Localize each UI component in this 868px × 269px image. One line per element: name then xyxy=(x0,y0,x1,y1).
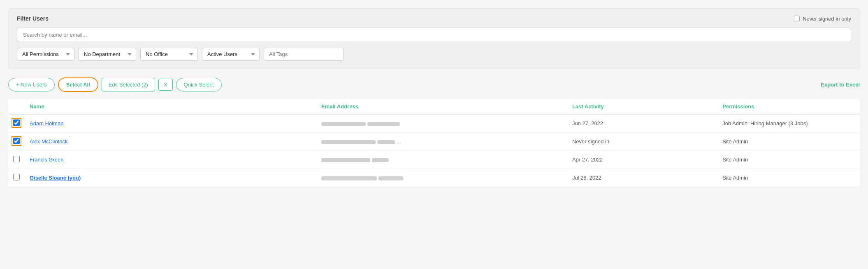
export-label: Export to Excel xyxy=(821,82,860,88)
email-cell xyxy=(316,151,567,169)
table-header-row: Name Email Address Last Activity Permiss… xyxy=(8,99,860,114)
select-all-button[interactable]: Select All xyxy=(58,77,98,92)
filter-title: Filter Users xyxy=(17,15,49,22)
table-row: Francis GreenApr 27, 2022Site Admin xyxy=(8,151,860,169)
checkbox-cell xyxy=(8,169,25,187)
blurred-email xyxy=(321,121,400,126)
last-activity-cell: Never signed in xyxy=(567,133,717,151)
row-checkbox[interactable] xyxy=(13,138,20,144)
tags-input[interactable] xyxy=(264,48,343,61)
blurred-email: … xyxy=(321,139,402,144)
header-permissions: Permissions xyxy=(717,99,860,114)
user-table: Name Email Address Last Activity Permiss… xyxy=(8,99,860,187)
email-cell: … xyxy=(316,133,567,151)
name-cell: Giselle Sloane (you) xyxy=(25,169,316,187)
quick-select-button[interactable]: Quick Select xyxy=(176,78,222,91)
name-cell: Alex McClintock xyxy=(25,133,316,151)
blurred-email xyxy=(321,175,403,180)
last-activity-cell: Jul 26, 2022 xyxy=(567,169,717,187)
table-header: Name Email Address Last Activity Permiss… xyxy=(8,99,860,114)
permissions-cell: Site Admin xyxy=(717,151,860,169)
toolbar: + New Users Select All Edit Selected (2)… xyxy=(8,77,860,92)
never-signed-in-checkbox[interactable] xyxy=(794,16,800,21)
checkbox-cell xyxy=(8,151,25,169)
last-activity-cell: Apr 27, 2022 xyxy=(567,151,717,169)
page-container: Filter Users Never signed in only All Pe… xyxy=(0,0,868,195)
permissions-cell: Site Admin xyxy=(717,133,860,151)
table-row: Alex McClintock…Never signed inSite Admi… xyxy=(8,133,860,151)
user-name-link[interactable]: Giselle Sloane (you) xyxy=(30,175,81,181)
search-input[interactable] xyxy=(17,28,851,42)
close-label: X xyxy=(164,82,167,88)
status-dropdown[interactable]: Active UsersAll UsersInactive Users xyxy=(202,48,260,61)
new-users-label: + New Users xyxy=(16,82,47,88)
last-activity-cell: Jun 27, 2022 xyxy=(567,114,717,133)
row-checkbox[interactable] xyxy=(13,119,20,126)
never-signed-in-text: Never signed in only xyxy=(803,16,851,22)
user-name-link[interactable]: Francis Green xyxy=(30,157,63,163)
checkbox-cell xyxy=(8,114,25,133)
export-to-excel-button[interactable]: Export to Excel xyxy=(821,82,860,88)
permissions-cell: Site Admin xyxy=(717,169,860,187)
header-name: Name xyxy=(25,99,316,114)
edit-selected-button[interactable]: Edit Selected (2) xyxy=(102,78,155,91)
email-cell xyxy=(316,169,567,187)
never-signed-in-checkbox-label[interactable]: Never signed in only xyxy=(794,16,851,22)
filter-header: Filter Users Never signed in only xyxy=(17,15,851,22)
row-checkbox[interactable] xyxy=(13,156,20,162)
filter-dropdowns: All PermissionsSite AdminJob AdminLimite… xyxy=(17,48,851,61)
name-cell: Adam Holman xyxy=(25,114,316,133)
user-name-link[interactable]: Alex McClintock xyxy=(30,138,67,145)
row-checkbox[interactable] xyxy=(13,174,20,180)
permissions-dropdown[interactable]: All PermissionsSite AdminJob AdminLimite… xyxy=(17,48,74,61)
quick-select-label: Quick Select xyxy=(184,82,214,88)
permissions-cell: Job Admin: Hiring Manager (3 Jobs) xyxy=(717,114,860,133)
checkbox-cell xyxy=(8,133,25,151)
header-checkbox-col xyxy=(8,99,25,114)
user-name-link[interactable]: Adam Holman xyxy=(30,120,63,126)
table-row: Giselle Sloane (you)Jul 26, 2022Site Adm… xyxy=(8,169,860,187)
email-cell xyxy=(316,114,567,133)
office-dropdown[interactable]: No OfficeNew YorkSan FranciscoLondon xyxy=(140,48,198,61)
filter-panel: Filter Users Never signed in only All Pe… xyxy=(8,8,860,69)
name-cell: Francis Green xyxy=(25,151,316,169)
header-activity: Last Activity xyxy=(567,99,717,114)
toolbar-left: + New Users Select All Edit Selected (2)… xyxy=(8,77,222,92)
close-selection-button[interactable]: X xyxy=(158,79,173,91)
table-body: Adam HolmanJun 27, 2022Job Admin: Hiring… xyxy=(8,114,860,187)
select-all-label: Select All xyxy=(66,82,90,88)
new-users-button[interactable]: + New Users xyxy=(8,78,55,91)
department-dropdown[interactable]: No DepartmentEngineeringMarketingSales xyxy=(79,48,136,61)
blurred-email xyxy=(321,157,389,162)
table-row: Adam HolmanJun 27, 2022Job Admin: Hiring… xyxy=(8,114,860,133)
header-email: Email Address xyxy=(316,99,567,114)
edit-selected-label: Edit Selected (2) xyxy=(109,82,148,88)
